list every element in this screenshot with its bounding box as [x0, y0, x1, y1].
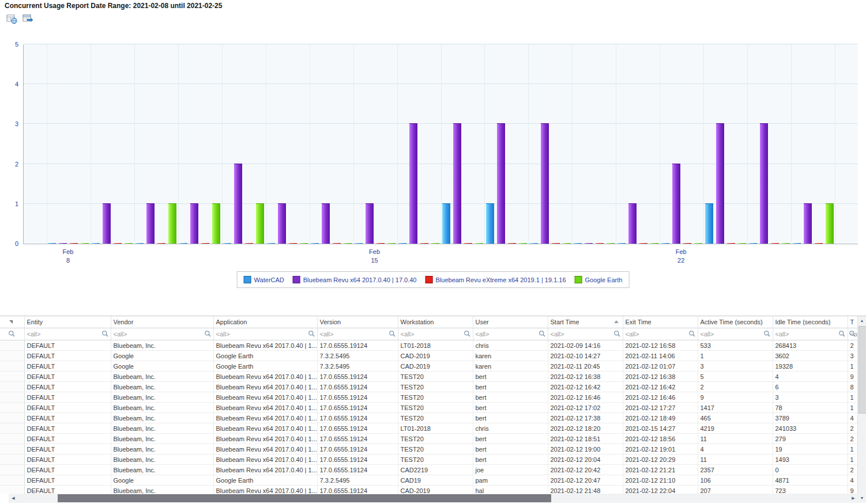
cell-application[interactable]: Bluebeam Revu x64 2017.0.40 | 1...	[213, 340, 317, 351]
cell-application[interactable]: Bluebeam Revu x64 2017.0.40 | 1...	[213, 434, 317, 444]
filter-cell-vendor[interactable]: <all>	[111, 328, 213, 340]
table-row[interactable]: DEFAULTBluebeam, Inc.Bluebeam Revu x64 2…	[0, 340, 858, 351]
filter-cell-idle-time-seconds[interactable]: <all>	[773, 328, 848, 340]
cell-t[interactable]: 1	[848, 392, 858, 403]
cell-application[interactable]: Google Earth	[213, 361, 317, 372]
cell-user[interactable]: bert	[473, 434, 548, 444]
column-header-exit-time[interactable]: Exit Time	[623, 316, 698, 328]
vertical-scrollbar[interactable]: ▲ ▼	[857, 316, 866, 503]
cell-active-time-seconds[interactable]: 4219	[698, 423, 773, 434]
cell-workstation[interactable]: TEST20	[398, 382, 473, 392]
column-header-active-time-seconds[interactable]: Active Time (seconds)	[698, 316, 773, 328]
cell-workstation[interactable]: TEST20	[398, 434, 473, 444]
cell-application[interactable]: Bluebeam Revu x64 2017.0.40 | 1...	[213, 444, 317, 454]
cell-vendor[interactable]: Google	[111, 475, 213, 486]
cell-idle-time-seconds[interactable]: 3	[773, 392, 848, 403]
column-header-t[interactable]: T	[848, 316, 858, 328]
cell-active-time-seconds[interactable]: 11	[698, 454, 773, 465]
row-indicator-cell[interactable]	[0, 351, 24, 361]
cell-start-time[interactable]: 2021-02-12 21:48	[548, 486, 623, 494]
column-header-vendor[interactable]: Vendor	[111, 316, 213, 328]
cell-user[interactable]: pam	[473, 475, 548, 486]
cell-vendor[interactable]: Bluebeam, Inc.	[111, 444, 213, 454]
cell-start-time[interactable]: 2021-02-12 19:00	[548, 444, 623, 454]
search-icon[interactable]	[613, 330, 621, 338]
row-indicator-cell[interactable]	[0, 444, 24, 454]
cell-user[interactable]: joe	[473, 465, 548, 475]
cell-entity[interactable]: DEFAULT	[24, 465, 111, 475]
cell-version[interactable]: 17.0.6555.19124	[317, 444, 398, 454]
cell-workstation[interactable]: TEST20	[398, 392, 473, 403]
cell-t[interactable]: 4	[848, 475, 858, 486]
cell-t[interactable]: 1	[848, 454, 858, 465]
cell-user[interactable]: chris	[473, 423, 548, 434]
cell-idle-time-seconds[interactable]: 19328	[773, 361, 848, 372]
cell-start-time[interactable]: 2021-02-12 20:42	[548, 465, 623, 475]
search-icon[interactable]	[464, 330, 471, 338]
cell-workstation[interactable]: TEST20	[398, 403, 473, 413]
cell-vendor[interactable]: Bluebeam, Inc.	[111, 413, 213, 423]
row-indicator-cell[interactable]	[0, 403, 24, 413]
cell-application[interactable]: Bluebeam Revu x64 2017.0.40 | 1...	[213, 392, 317, 403]
search-icon[interactable]	[763, 330, 771, 338]
cell-user[interactable]: bert	[473, 382, 548, 392]
cell-t[interactable]: 9	[848, 486, 858, 494]
cell-version[interactable]: 17.0.6555.19124	[317, 454, 398, 465]
cell-start-time[interactable]: 2021-02-12 18:51	[548, 434, 623, 444]
cell-idle-time-seconds[interactable]: 19	[773, 444, 848, 454]
cell-idle-time-seconds[interactable]: 723	[773, 486, 848, 494]
cell-idle-time-seconds[interactable]: 1493	[773, 454, 848, 465]
cell-user[interactable]: bert	[473, 413, 548, 423]
filter-cell-version[interactable]: <all>	[317, 328, 398, 340]
cell-active-time-seconds[interactable]: 1417	[698, 403, 773, 413]
cell-application[interactable]: Bluebeam Revu x64 2017.0.40 | 1...	[213, 382, 317, 392]
search-icon[interactable]	[688, 330, 696, 338]
table-row[interactable]: DEFAULTGoogleGoogle Earth7.3.2.5495CAD-2…	[0, 361, 858, 372]
cell-t[interactable]: 1	[848, 361, 858, 372]
cell-workstation[interactable]: TEST20	[398, 444, 473, 454]
cell-exit-time[interactable]: 2021-02-12 19:01	[623, 444, 698, 454]
cell-application[interactable]: Bluebeam Revu x64 2017.0.40 | 1...	[213, 413, 317, 423]
cell-user[interactable]: karen	[473, 361, 548, 372]
cell-start-time[interactable]: 2021-02-11 20:45	[548, 361, 623, 372]
cell-entity[interactable]: DEFAULT	[24, 403, 111, 413]
cell-entity[interactable]: DEFAULT	[24, 475, 111, 486]
cell-t[interactable]: 2	[848, 434, 858, 444]
cell-exit-time[interactable]: 2021-02-12 21:21	[623, 465, 698, 475]
cell-version[interactable]: 17.0.6555.19124	[317, 434, 398, 444]
cell-entity[interactable]: DEFAULT	[24, 351, 111, 361]
cell-start-time[interactable]: 2021-02-12 20:47	[548, 475, 623, 486]
search-icon[interactable]	[8, 330, 16, 338]
filter-cell-start-time[interactable]: <all>	[548, 328, 623, 340]
cell-vendor[interactable]: Google	[111, 351, 213, 361]
cell-vendor[interactable]: Bluebeam, Inc.	[111, 465, 213, 475]
cell-user[interactable]: bert	[473, 392, 548, 403]
cell-t[interactable]: 2	[848, 465, 858, 475]
cell-active-time-seconds[interactable]: 2	[698, 382, 773, 392]
cell-idle-time-seconds[interactable]: 0	[773, 465, 848, 475]
row-indicator-cell[interactable]	[0, 382, 24, 392]
cell-vendor[interactable]: Bluebeam, Inc.	[111, 372, 213, 382]
cell-start-time[interactable]: 2021-02-12 20:04	[548, 454, 623, 465]
cell-start-time[interactable]: 2021-02-12 17:38	[548, 413, 623, 423]
row-indicator-cell[interactable]	[0, 423, 24, 434]
scroll-right-icon[interactable]: ▶	[849, 494, 858, 503]
cell-t[interactable]: 1	[848, 403, 858, 413]
cell-exit-time[interactable]: 2021-02-11 14:06	[623, 351, 698, 361]
search-icon[interactable]	[389, 330, 396, 338]
cell-user[interactable]: bert	[473, 403, 548, 413]
export-data-button[interactable]	[22, 14, 35, 25]
cell-entity[interactable]: DEFAULT	[24, 340, 111, 351]
table-row[interactable]: DEFAULTBluebeam, Inc.Bluebeam Revu x64 2…	[0, 454, 858, 465]
cell-exit-time[interactable]: 2021-02-12 18:49	[623, 413, 698, 423]
cell-version[interactable]: 17.0.6555.19124	[317, 372, 398, 382]
cell-workstation[interactable]: TEST20	[398, 372, 473, 382]
filter-cell-application[interactable]: <all>	[213, 328, 317, 340]
cell-t[interactable]: 2	[848, 423, 858, 434]
cell-version[interactable]: 17.0.6555.19124	[317, 413, 398, 423]
cell-active-time-seconds[interactable]: 533	[698, 340, 773, 351]
row-indicator-cell[interactable]	[0, 413, 24, 423]
cell-idle-time-seconds[interactable]: 4	[773, 372, 848, 382]
vertical-scroll-thumb[interactable]	[859, 326, 866, 414]
cell-workstation[interactable]: CAD19	[398, 475, 473, 486]
